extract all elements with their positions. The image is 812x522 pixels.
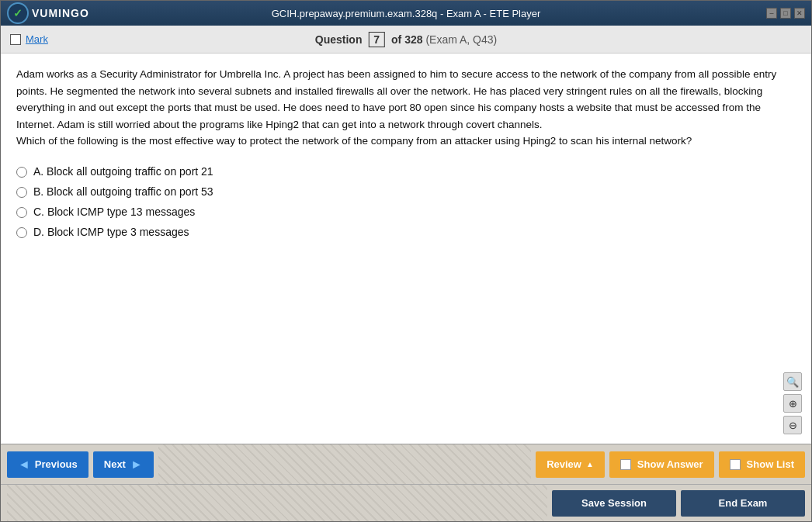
close-button[interactable]: ✕ bbox=[794, 8, 805, 19]
minimize-button[interactable]: – bbox=[766, 8, 777, 19]
question-label: Question bbox=[315, 33, 363, 46]
bottom-diagonal-pattern bbox=[7, 485, 547, 521]
option-d: D. Block ICMP type 3 messages bbox=[16, 226, 796, 238]
prev-arrow-icon: ◄ bbox=[18, 458, 30, 472]
option-b-text: B. Block all outgoing traffic on port 53 bbox=[33, 185, 213, 198]
option-d-text: D. Block ICMP type 3 messages bbox=[33, 226, 189, 238]
save-session-button[interactable]: Save Session bbox=[552, 490, 676, 517]
logo-check-icon: ✓ bbox=[13, 7, 23, 19]
previous-button[interactable]: ◄ Previous bbox=[7, 451, 88, 478]
option-c: C. Block ICMP type 13 messages bbox=[16, 206, 796, 218]
show-answer-button[interactable]: Show Answer bbox=[609, 451, 714, 478]
show-list-button[interactable]: Show List bbox=[719, 451, 805, 478]
mark-label[interactable]: Mark bbox=[26, 33, 48, 45]
review-arrow-icon: ▲ bbox=[586, 460, 594, 468]
main-content: Adam works as a Security Administrator f… bbox=[1, 54, 811, 444]
toolbar: Mark Question 7 of 328 (Exam A, Q43) bbox=[1, 26, 811, 54]
end-exam-button[interactable]: End Exam bbox=[681, 490, 805, 517]
option-b: B. Block all outgoing traffic on port 53 bbox=[16, 185, 796, 198]
question-number: 7 bbox=[368, 32, 385, 47]
zoom-out-button[interactable]: ⊖ bbox=[783, 416, 802, 434]
search-button[interactable]: 🔍 bbox=[783, 372, 802, 391]
zoom-in-button[interactable]: ⊕ bbox=[783, 394, 802, 413]
review-label: Review bbox=[547, 458, 581, 470]
logo-text: vumingo bbox=[32, 7, 89, 19]
next-button[interactable]: Next ► bbox=[93, 451, 154, 478]
show-answer-label: Show Answer bbox=[637, 458, 703, 470]
logo: ✓ vumingo bbox=[7, 2, 89, 24]
bottom-nav-wrapper: ◄ Previous Next ► Review ▲ Show Answer S… bbox=[1, 444, 811, 521]
zoom-tools: 🔍 ⊕ ⊖ bbox=[783, 372, 802, 434]
question-extra: (Exam A, Q43) bbox=[425, 33, 497, 46]
option-d-radio[interactable] bbox=[16, 227, 27, 238]
show-answer-checkbox bbox=[620, 459, 631, 470]
option-c-text: C. Block ICMP type 13 messages bbox=[33, 206, 195, 218]
question-total: of 328 bbox=[391, 33, 422, 46]
previous-label: Previous bbox=[35, 458, 78, 470]
option-a-text: A. Block all outgoing traffic on port 21 bbox=[33, 165, 213, 178]
option-a-radio[interactable] bbox=[16, 167, 27, 178]
option-c-radio[interactable] bbox=[16, 207, 27, 218]
option-a: A. Block all outgoing traffic on port 21 bbox=[16, 165, 796, 178]
options-list: A. Block all outgoing traffic on port 21… bbox=[16, 165, 796, 238]
show-list-checkbox bbox=[730, 459, 741, 470]
review-button[interactable]: Review ▲ bbox=[536, 451, 605, 478]
bottom-action: Save Session End Exam bbox=[1, 484, 811, 521]
question-text: Adam works as a Security Administrator f… bbox=[16, 66, 796, 150]
option-b-radio[interactable] bbox=[16, 187, 27, 198]
next-label: Next bbox=[104, 458, 126, 470]
window-controls: – □ ✕ bbox=[766, 8, 805, 19]
diagonal-pattern bbox=[158, 444, 531, 484]
app-window: ✓ vumingo GCIH.prepaway.premium.exam.328… bbox=[0, 0, 812, 522]
maximize-button[interactable]: □ bbox=[780, 8, 791, 19]
show-list-label: Show List bbox=[747, 458, 794, 470]
title-bar-left: ✓ vumingo bbox=[7, 2, 89, 24]
mark-area: Mark bbox=[10, 33, 48, 45]
mark-checkbox[interactable] bbox=[10, 34, 21, 45]
question-info: Question 7 of 328 (Exam A, Q43) bbox=[315, 32, 497, 47]
title-bar: ✓ vumingo GCIH.prepaway.premium.exam.328… bbox=[1, 1, 811, 26]
app-title: GCIH.prepaway.premium.exam.328q - Exam A… bbox=[272, 8, 541, 19]
bottom-nav: ◄ Previous Next ► Review ▲ Show Answer S… bbox=[1, 444, 811, 484]
logo-icon: ✓ bbox=[7, 2, 29, 24]
next-arrow-icon: ► bbox=[130, 458, 143, 472]
